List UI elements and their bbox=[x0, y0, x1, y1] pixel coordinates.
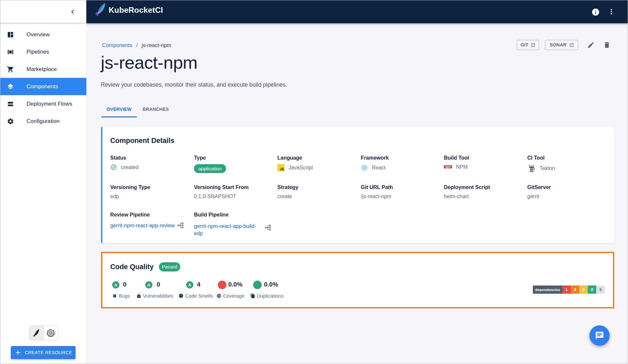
svg-text:JS: JS bbox=[280, 167, 284, 171]
svg-text:npm: npm bbox=[445, 165, 451, 168]
